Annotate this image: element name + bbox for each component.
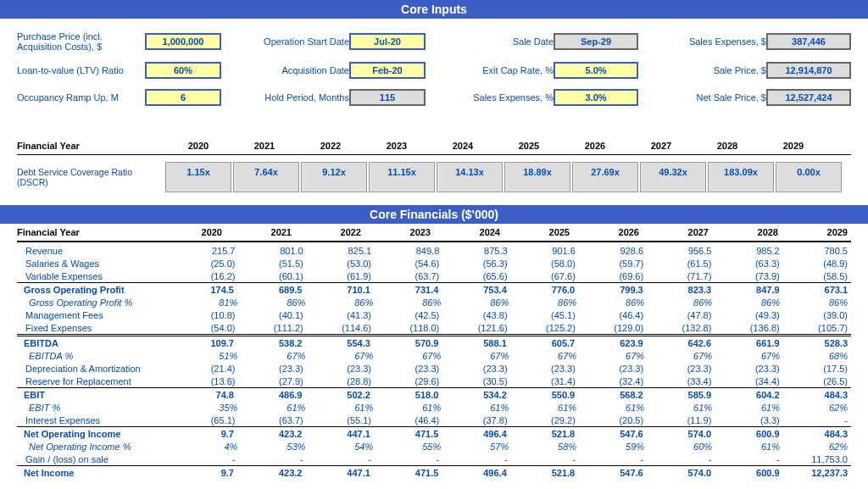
- op-start-label: Operation Start Date: [264, 36, 349, 47]
- fin-row-label: Gross Operating Profit %: [17, 296, 173, 308]
- fin-cell: -: [307, 453, 375, 465]
- fin-cell: (32.4): [579, 375, 647, 387]
- dscr-value: 7.64x: [233, 162, 299, 192]
- fin-cell: (10.8): [170, 308, 238, 321]
- year-col: 2025: [496, 137, 562, 154]
- fin-cell: 68%: [783, 349, 851, 362]
- fin-cell: -: [511, 453, 579, 465]
- ltv-value[interactable]: 60%: [145, 62, 221, 79]
- year-col: 2023: [364, 137, 430, 154]
- fin-cell: 471.5: [374, 427, 442, 440]
- fin-cell: (43.8): [442, 308, 510, 321]
- fin-cell: (125.2): [511, 321, 579, 334]
- fin-cell: 447.1: [305, 466, 373, 479]
- fin-cell: (37.8): [442, 414, 510, 426]
- ltv-label: Loan-to-value (LTV) Ratio: [17, 65, 124, 75]
- fin-cell: -: [238, 453, 306, 465]
- sale-date-label: Sale Date: [513, 36, 554, 47]
- fin-cell: 689.5: [237, 283, 305, 296]
- sales-exp-pct-value[interactable]: 3.0%: [554, 89, 638, 106]
- fin-row: Revenue215.7801.0825.1849.8875.3901.6928…: [17, 244, 851, 257]
- fin-cell: -: [442, 453, 510, 465]
- dscr-label: Debt Service Coverage Ratio (DSCR): [17, 162, 165, 192]
- fin-cell: 799.3: [578, 283, 646, 296]
- fin-cell: (46.4): [375, 414, 442, 426]
- fin-row: EBITDA109.7538.2554.3570.9588.1605.7623.…: [17, 334, 851, 349]
- dscr-section: Financial Year 2020202120222023202420252…: [0, 137, 868, 192]
- fin-cell: (3.3): [715, 414, 782, 426]
- fin-cell: (25.0): [170, 257, 238, 270]
- fin-row: Gross Operating Profit %81%86%86%86%86%8…: [17, 296, 851, 308]
- fin-row: Depreciation & Amortization(21.4)(23.3)(…: [17, 362, 851, 375]
- dscr-value: 0.00x: [776, 162, 842, 192]
- fin-cell: (54.0): [170, 321, 238, 334]
- fin-cell: (73.9): [715, 270, 782, 282]
- fin-cell: 574.0: [647, 427, 715, 440]
- fin-year-col: 2028: [712, 224, 782, 241]
- fin-cell: (30.5): [442, 375, 510, 387]
- fin-year-col: 2024: [434, 224, 504, 241]
- fin-cell: 642.6: [647, 336, 715, 349]
- acq-date-value[interactable]: Feb-20: [349, 62, 426, 79]
- fin-cell: -: [579, 453, 647, 465]
- fin-cell: 9.7: [170, 427, 237, 440]
- fin-cell: (111.2): [238, 321, 306, 334]
- exit-cap-value[interactable]: 5.0%: [554, 62, 638, 79]
- fin-cell: 486.9: [237, 388, 305, 401]
- fin-cell: (21.4): [170, 362, 238, 375]
- fin-cell: 86%: [241, 296, 309, 308]
- fin-cell: (63.7): [238, 414, 306, 426]
- net-sale-price-label: Net Sale Price, $: [696, 92, 766, 103]
- fin-cell: 86%: [444, 296, 512, 308]
- year-col: 2020: [165, 137, 231, 154]
- fin-cell: 12,237.3: [783, 466, 851, 479]
- fin-cell: (51.5): [238, 257, 306, 270]
- fin-cell: (27.9): [238, 375, 306, 387]
- fin-cell: (11.9): [647, 414, 715, 426]
- dscr-value: 18.89x: [504, 162, 570, 192]
- fin-cell: (26.5): [783, 375, 851, 387]
- fin-cell: 215.7: [170, 244, 238, 257]
- fin-cell: 496.4: [442, 466, 509, 479]
- sales-exp-dollar-label: Sales Expenses, $: [689, 36, 766, 47]
- fin-cell: (31.4): [511, 375, 579, 387]
- fin-row-label: Gain / (loss) on sale: [17, 453, 170, 465]
- dscr-value: 14.13x: [437, 162, 503, 192]
- fin-cell: (46.4): [579, 308, 647, 321]
- fin-cell: 67%: [444, 349, 512, 362]
- fin-cell: 86%: [512, 296, 580, 308]
- fin-cell: (16.2): [170, 270, 238, 282]
- fin-cell: (34.4): [715, 375, 782, 387]
- fin-year-col: 2025: [504, 224, 573, 241]
- fin-cell: 600.9: [715, 466, 782, 479]
- fin-cell: 74.8: [170, 388, 237, 401]
- fin-cell: 67%: [241, 349, 309, 362]
- fin-cell: 58%: [512, 440, 580, 453]
- financial-year-label: Financial Year: [17, 137, 165, 154]
- fin-cell: 86%: [309, 296, 376, 308]
- fin-cell: 61%: [648, 401, 715, 414]
- fin-cell: (71.7): [647, 270, 715, 282]
- fin-cell: (65.1): [170, 414, 238, 426]
- fin-row-label: Fixed Expenses: [17, 321, 170, 334]
- fin-cell: (20.5): [579, 414, 647, 426]
- fin-cell: 61%: [580, 401, 648, 414]
- fin-cell: 54%: [309, 440, 376, 453]
- fin-cell: (13.6): [170, 375, 238, 387]
- op-start-value[interactable]: Jul-20: [349, 33, 426, 50]
- occupancy-value[interactable]: 6: [145, 89, 221, 106]
- fin-cell: 61%: [715, 401, 783, 414]
- fin-cell: 109.7: [170, 336, 237, 349]
- purchase-price-label: Purchase Price (incl. Acquisition Costs)…: [17, 31, 145, 52]
- fin-cell: 604.2: [715, 388, 782, 401]
- fin-cell: 61%: [376, 401, 444, 414]
- fin-row: Reserve for Replacement(13.6)(27.9)(28.8…: [17, 375, 851, 387]
- fin-cell: (29.6): [375, 375, 442, 387]
- fin-cell: 86%: [715, 296, 783, 308]
- sale-price-value: 12,914,870: [766, 62, 851, 79]
- purchase-price-value[interactable]: 1,000,000: [145, 33, 221, 50]
- fin-row: Net Income9.7423.2447.1471.5496.4521.854…: [17, 465, 851, 479]
- fin-cell: (60.1): [238, 270, 306, 282]
- fin-row-label: Net Income: [17, 466, 170, 479]
- hold-period-label: Hold Period, Months: [264, 92, 349, 103]
